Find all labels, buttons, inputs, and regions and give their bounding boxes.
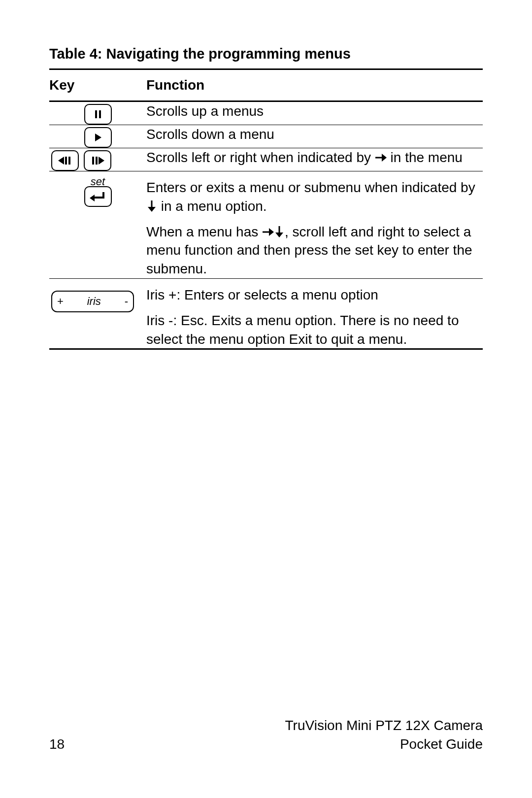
arrow-down-icon — [274, 226, 285, 237]
table-header-row: Key Function — [49, 70, 483, 101]
nav-table: Key Function Scrolls up a menus — [49, 68, 483, 350]
svg-rect-4 — [65, 157, 67, 165]
svg-rect-5 — [68, 157, 70, 165]
table-row: set Enters or exits a menu or submenu wh… — [49, 171, 483, 278]
arrow-right-icon — [262, 227, 274, 237]
svg-marker-8 — [99, 157, 104, 165]
table-row: + iris - Iris +: Enters or selects a men… — [49, 279, 483, 349]
iris-plus: + — [57, 294, 64, 309]
row3-function: Scrolls left or right when indicated by … — [146, 148, 483, 171]
row4-p1-post: in a menu option. — [157, 199, 267, 214]
table-row: Scrolls up a menus — [49, 102, 483, 125]
row1-function: Scrolls up a menus — [146, 102, 483, 125]
step-forward-icon — [84, 150, 111, 171]
svg-marker-2 — [95, 133, 101, 141]
page-number: 18 — [49, 735, 65, 754]
key-pause — [49, 102, 146, 125]
row5-p1: Iris +: Enters or selects a menu option — [146, 286, 483, 304]
svg-marker-15 — [269, 228, 274, 236]
footer-line1: TruVision Mini PTZ 12X Camera — [285, 716, 483, 735]
enter-icon: set — [84, 186, 112, 207]
key-set: set — [49, 174, 146, 207]
svg-marker-17 — [275, 233, 283, 237]
table-row: Scrolls left or right when indicated by … — [49, 148, 483, 171]
page-footer: 18 TruVision Mini PTZ 12X Camera Pocket … — [49, 716, 483, 754]
header-function: Function — [146, 70, 483, 101]
row3-post: in the menu — [387, 150, 463, 165]
footer-line2: Pocket Guide — [285, 735, 483, 754]
step-back-icon — [51, 150, 79, 171]
svg-rect-7 — [96, 157, 98, 165]
play-icon — [84, 127, 112, 148]
row5-function: Iris +: Enters or selects a menu option … — [146, 279, 483, 349]
arrow-down-icon — [146, 200, 157, 212]
row4-p1-pre: Enters or exits a menu or submenu when i… — [146, 180, 475, 195]
svg-marker-11 — [90, 192, 104, 201]
key-iris: + iris - — [49, 289, 146, 312]
svg-rect-6 — [92, 157, 94, 165]
pause-icon — [84, 104, 112, 125]
table-title: Table 4: Navigating the programming menu… — [49, 44, 483, 64]
svg-marker-10 — [382, 154, 387, 162]
footer-title: TruVision Mini PTZ 12X Camera Pocket Gui… — [285, 716, 483, 754]
document-page: Table 4: Navigating the programming menu… — [0, 0, 532, 798]
svg-marker-3 — [58, 157, 64, 165]
iris-minus: - — [125, 294, 128, 309]
row3-pre: Scrolls left or right when indicated by — [146, 150, 375, 165]
svg-rect-0 — [95, 110, 97, 118]
row5-p2: Iris -: Esc. Exits a menu option. There … — [146, 311, 483, 349]
row4-function: Enters or exits a menu or submenu when i… — [146, 171, 483, 278]
set-label: set — [85, 174, 111, 189]
header-key: Key — [49, 70, 146, 101]
iris-label: iris — [87, 294, 101, 309]
key-play — [49, 125, 146, 148]
svg-rect-1 — [99, 110, 101, 118]
arrow-right-icon — [375, 152, 387, 163]
table-row: Scrolls down a menu — [49, 125, 483, 148]
svg-marker-13 — [148, 207, 156, 212]
key-left-right — [49, 148, 146, 171]
row2-function: Scrolls down a menu — [146, 125, 483, 148]
iris-key-icon: + iris - — [51, 291, 134, 312]
row4-p2-pre: When a menu has — [146, 224, 262, 239]
